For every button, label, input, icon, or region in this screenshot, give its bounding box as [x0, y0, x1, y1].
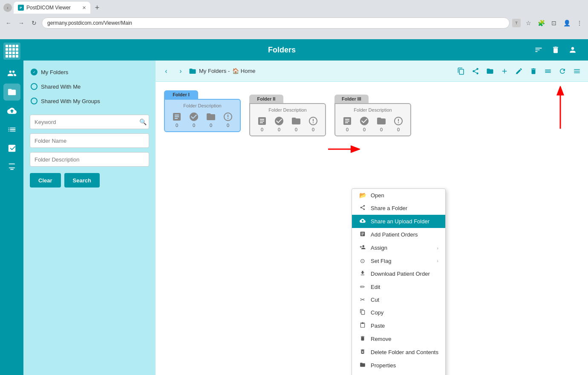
- toolbar-copy-btn[interactable]: [454, 64, 468, 78]
- address-input[interactable]: [42, 17, 510, 29]
- ctx-cut-label: Cut: [371, 297, 379, 303]
- context-menu: 📂 Open Share a Folder: [352, 188, 446, 375]
- ctx-share-upload[interactable]: Share an Upload Folder: [352, 215, 445, 228]
- annotation-arrow-right: [326, 145, 360, 155]
- nav-item-my-folders[interactable]: My Folders: [30, 67, 149, 77]
- paste-icon: [359, 322, 366, 329]
- folder-name-input[interactable]: [30, 133, 149, 148]
- header-actions: [532, 43, 579, 57]
- ctx-remove-label: Remove: [371, 336, 391, 342]
- active-tab[interactable]: P PostDICOM Viewer ✕: [14, 2, 90, 14]
- sidebar-icon-folders[interactable]: [3, 84, 20, 101]
- ctx-remove[interactable]: Remove: [352, 332, 445, 346]
- sidebar-icon-list[interactable]: [3, 121, 20, 138]
- ctx-add-patient-label: Add Patient Orders: [371, 231, 418, 238]
- folder-stat-3-1: 0: [359, 116, 369, 132]
- assign-icon: [359, 244, 366, 251]
- browser-actions: T ☆ 🧩 ⊡ 👤 ⋮: [512, 18, 585, 28]
- ctx-copy[interactable]: Copy: [352, 306, 445, 319]
- ctx-delete-folder[interactable]: Delete Folder and Contents: [352, 346, 445, 359]
- ctx-assign-label: Assign: [371, 245, 387, 251]
- ctx-edit[interactable]: ✏ Edit: [352, 280, 445, 293]
- folder-card-3[interactable]: Folder III Folder Description 0: [334, 95, 411, 136]
- toolbar-forward-btn[interactable]: ›: [174, 65, 187, 78]
- toolbar-refresh-btn[interactable]: [556, 64, 569, 78]
- folder-desc-input[interactable]: [30, 152, 149, 167]
- folder-tab-3: Folder III: [334, 95, 369, 103]
- ctx-assign[interactable]: Assign ›: [352, 241, 445, 254]
- folder-card-2[interactable]: Folder II Folder Description 0: [249, 95, 326, 136]
- toolbar-add-btn[interactable]: [498, 64, 511, 78]
- add-patient-icon: [359, 231, 366, 238]
- assign-arrow-icon: ›: [437, 245, 438, 251]
- nav-circle-shared-with-groups: [31, 98, 37, 104]
- ctx-set-flag[interactable]: ⊙ Set Flag ›: [352, 254, 445, 267]
- nav-item-shared-with-me[interactable]: Shared With Me: [30, 81, 149, 92]
- sidebar-icon-monitor[interactable]: [3, 159, 20, 176]
- back-btn[interactable]: ←: [3, 18, 14, 28]
- folder-stat-1-3: 0: [223, 112, 233, 128]
- header-sort-btn[interactable]: [532, 43, 545, 57]
- folder-stats-3: 0 0 0: [339, 116, 407, 132]
- folder-stat-3-0: 0: [342, 116, 352, 132]
- menu-btn[interactable]: ⋮: [574, 18, 585, 28]
- ctx-download-label: Download Patient Order: [371, 271, 430, 277]
- nav-label-my-folders: My Folders: [41, 69, 68, 75]
- new-tab-btn[interactable]: +: [92, 3, 102, 13]
- folder-stat-2-0: 0: [257, 116, 267, 132]
- toolbar-split-btn[interactable]: [541, 64, 555, 78]
- nav-label-shared-with-me: Shared With Me: [41, 84, 81, 90]
- ctx-download[interactable]: Download Patient Order: [352, 267, 445, 280]
- toolbar-settings-btn[interactable]: [570, 64, 584, 78]
- remove-icon: [359, 335, 366, 343]
- header-trash-btn[interactable]: [549, 43, 562, 57]
- ctx-open[interactable]: 📂 Open: [352, 189, 445, 202]
- folder-title-1: Folder I: [173, 92, 190, 97]
- ctx-add-patient[interactable]: Add Patient Orders: [352, 228, 445, 241]
- toolbar-share-btn[interactable]: [469, 64, 482, 78]
- folder-card-1[interactable]: Folder I Folder Description 0: [164, 90, 241, 132]
- sidebar-icon-users[interactable]: [3, 65, 20, 82]
- sidebar-btn[interactable]: ⊡: [549, 18, 559, 28]
- nav-item-shared-with-groups[interactable]: Shared With My Groups: [30, 96, 149, 106]
- bookmark-btn[interactable]: ☆: [523, 18, 533, 28]
- folder-title-3: Folder III: [342, 96, 361, 101]
- ctx-share-folder[interactable]: Share a Folder: [352, 202, 445, 215]
- forward-btn[interactable]: →: [16, 18, 26, 28]
- folder-stats-2: 0 0 0: [254, 116, 322, 132]
- toolbar-edit-btn[interactable]: [512, 64, 526, 78]
- set-flag-icon: ⊙: [359, 257, 366, 264]
- header-profile-btn[interactable]: [566, 43, 579, 57]
- refresh-btn[interactable]: ↻: [29, 18, 39, 28]
- tab-close-btn[interactable]: ✕: [82, 5, 86, 11]
- ctx-cut[interactable]: ✂ Cut: [352, 293, 445, 306]
- app: Folders My Folders: [0, 39, 588, 375]
- nav-label-shared-with-groups: Shared With My Groups: [41, 98, 100, 104]
- clear-btn[interactable]: Clear: [30, 173, 61, 188]
- translate-icon[interactable]: T: [512, 19, 521, 27]
- sidebar-icon-analytics[interactable]: [3, 140, 20, 157]
- sidebar-icon-upload[interactable]: [3, 102, 20, 119]
- right-panel: ‹ › My Folders - 🏠 Home: [156, 61, 588, 375]
- browser-chrome: ‹ P PostDICOM Viewer ✕ + ← → ↻ T ☆ 🧩 ⊡ 👤…: [0, 0, 588, 39]
- keyword-input[interactable]: [30, 115, 149, 129]
- tab-prev-btn[interactable]: ‹: [3, 3, 12, 12]
- search-box: 🔍: [30, 115, 149, 129]
- content-area: My Folders Shared With Me Shared With My…: [23, 61, 588, 375]
- cut-icon: ✂: [359, 296, 366, 303]
- extensions-btn[interactable]: 🧩: [536, 18, 546, 28]
- profile-btn[interactable]: 👤: [562, 18, 572, 28]
- app-logo: [3, 43, 20, 60]
- ctx-refresh[interactable]: Refresh: [352, 372, 445, 375]
- toolbar-back-btn[interactable]: ‹: [160, 65, 173, 78]
- delete-folder-icon: [359, 349, 366, 356]
- ctx-paste-label: Paste: [371, 323, 385, 329]
- breadcrumb-home: 🏠 Home: [232, 68, 255, 74]
- toolbar-delete-btn[interactable]: [527, 64, 540, 78]
- toolbar-folder-btn[interactable]: [483, 64, 497, 78]
- keyword-search-btn[interactable]: 🔍: [139, 118, 147, 125]
- search-btn[interactable]: Search: [64, 173, 100, 188]
- nav-circle-my-folders: [31, 69, 37, 75]
- ctx-paste[interactable]: Paste: [352, 319, 445, 332]
- ctx-properties[interactable]: Properties: [352, 359, 445, 372]
